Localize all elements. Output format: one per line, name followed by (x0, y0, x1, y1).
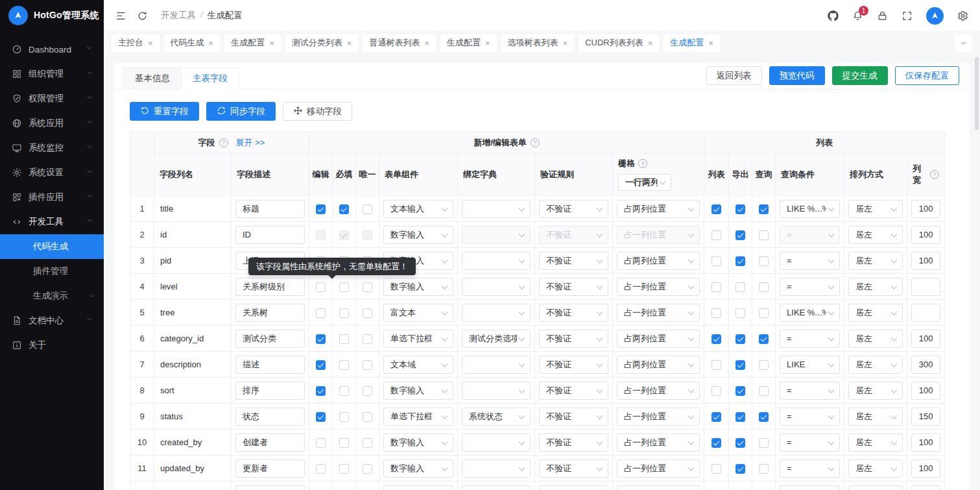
unique-checkbox[interactable] (363, 204, 372, 214)
dict-select[interactable] (462, 485, 531, 490)
dict-select[interactable] (462, 304, 531, 322)
component-select[interactable]: 数字输入 (383, 382, 453, 400)
query-checkbox[interactable] (759, 256, 769, 266)
required-checkbox[interactable] (339, 412, 349, 422)
align-select[interactable]: 居左 (848, 252, 903, 270)
align-select[interactable]: 居左 (848, 356, 903, 374)
component-select[interactable]: 数字输入 (383, 434, 453, 452)
move-fields-button[interactable]: 移动字段 (283, 102, 352, 121)
align-select[interactable]: 居左 (848, 226, 903, 244)
grid-select[interactable]: 占一列位置 (617, 278, 700, 296)
dict-select[interactable]: 系统状态 (462, 408, 531, 426)
align-select[interactable]: 居左 (848, 200, 903, 218)
list-checkbox[interactable] (711, 230, 721, 240)
open-tab-7[interactable]: 选项树表列表× (501, 34, 575, 52)
component-select[interactable] (383, 485, 453, 490)
export-checkbox[interactable] (735, 230, 745, 240)
rule-select[interactable]: 不验证 (539, 200, 608, 218)
export-checkbox[interactable] (735, 386, 745, 396)
export-checkbox[interactable] (735, 438, 745, 448)
grid-select[interactable]: 占一列位置 (617, 408, 700, 426)
query-checkbox[interactable] (759, 386, 769, 396)
rule-select[interactable]: 不验证 (539, 330, 608, 348)
field-desc-input[interactable] (235, 304, 305, 322)
query-checkbox[interactable] (759, 334, 769, 344)
dict-select[interactable] (462, 382, 531, 400)
export-checkbox[interactable] (735, 412, 745, 422)
field-desc-input[interactable] (235, 226, 305, 244)
width-input[interactable] (911, 408, 940, 426)
unique-checkbox[interactable] (363, 412, 372, 422)
condition-select[interactable]: = (780, 226, 840, 244)
width-input[interactable] (911, 434, 940, 452)
rule-select[interactable] (539, 485, 608, 490)
close-tab-icon[interactable]: × (347, 39, 352, 47)
submit-generate-button[interactable]: 提交生成 (832, 66, 888, 85)
sidebar-item-devtools[interactable]: 开发工具 (0, 210, 104, 234)
condition-select[interactable]: LIKE %...% (780, 200, 840, 218)
edit-checkbox[interactable] (316, 412, 326, 422)
condition-select[interactable]: = (780, 382, 840, 400)
required-checkbox[interactable] (339, 438, 349, 448)
required-checkbox[interactable] (339, 464, 349, 474)
field-desc-input[interactable] (235, 434, 305, 452)
reset-fields-button[interactable]: 重置字段 (130, 102, 199, 121)
width-input[interactable] (911, 226, 940, 244)
field-desc-input[interactable] (235, 459, 305, 478)
sync-fields-button[interactable]: 同步字段 (206, 102, 276, 121)
edit-checkbox[interactable] (316, 230, 326, 240)
width-input[interactable] (911, 485, 940, 490)
edit-checkbox[interactable] (316, 204, 326, 214)
unique-checkbox[interactable] (363, 360, 372, 370)
export-checkbox[interactable] (735, 204, 745, 214)
width-input[interactable] (911, 252, 940, 270)
align-select[interactable]: 居左 (848, 382, 903, 400)
edit-checkbox[interactable] (316, 360, 326, 370)
component-select[interactable]: 文本输入 (383, 200, 453, 218)
rule-select[interactable]: 不验证 (539, 356, 608, 374)
field-desc-input[interactable] (235, 382, 305, 400)
edit-checkbox[interactable] (316, 282, 326, 292)
close-tab-icon[interactable]: × (269, 39, 274, 47)
align-select[interactable]: 居左 (848, 459, 903, 478)
github-icon[interactable] (828, 10, 839, 21)
list-checkbox[interactable] (711, 204, 721, 214)
export-checkbox[interactable] (735, 360, 745, 370)
query-checkbox[interactable] (759, 412, 769, 422)
list-checkbox[interactable] (711, 308, 721, 318)
query-checkbox[interactable] (759, 360, 769, 370)
export-checkbox[interactable] (735, 282, 745, 292)
width-input[interactable] (911, 330, 940, 348)
sidebar-item-permission[interactable]: 权限管理 (0, 86, 104, 111)
rule-select[interactable]: 不验证 (539, 304, 608, 322)
component-select[interactable]: 单选下拉框 (383, 408, 453, 426)
grid-select[interactable]: 占两列位置 (617, 252, 700, 270)
unique-checkbox[interactable] (363, 282, 372, 292)
settings-gear-icon[interactable] (957, 10, 968, 21)
required-checkbox[interactable] (339, 334, 349, 344)
avatar[interactable] (926, 7, 944, 25)
open-tab-6[interactable]: 生成配置× (440, 34, 497, 52)
edit-checkbox[interactable] (316, 334, 326, 344)
close-tab-icon[interactable]: × (648, 39, 653, 47)
open-tab-9[interactable]: 生成配置× (663, 34, 720, 52)
list-checkbox[interactable] (711, 334, 721, 344)
query-checkbox[interactable] (759, 204, 769, 214)
list-checkbox[interactable] (711, 386, 721, 396)
notifications-bell-icon[interactable]: 1 (852, 10, 863, 21)
required-checkbox[interactable] (339, 282, 349, 292)
condition-select[interactable]: = (780, 330, 840, 348)
edit-checkbox[interactable] (316, 438, 326, 448)
fullscreen-icon[interactable] (902, 10, 913, 21)
component-select[interactable]: 数字输入 (383, 459, 453, 478)
query-checkbox[interactable] (759, 230, 769, 240)
grid-select[interactable]: 占两列位置 (617, 356, 700, 374)
dict-select[interactable] (462, 434, 531, 452)
component-select[interactable]: 数字输入 (383, 278, 453, 296)
width-input[interactable] (911, 278, 940, 296)
dict-select[interactable] (462, 278, 531, 296)
open-tab-3[interactable]: 生成配置× (224, 34, 281, 52)
refresh-icon[interactable] (137, 10, 148, 21)
field-desc-input[interactable] (235, 356, 305, 374)
open-tab-8[interactable]: CUDR列表列表× (579, 34, 659, 52)
